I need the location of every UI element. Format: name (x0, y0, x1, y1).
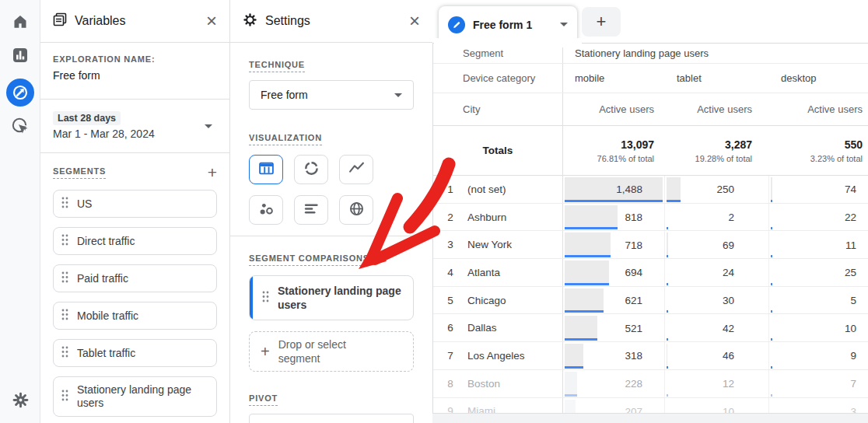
drag-handle-icon[interactable] (61, 197, 68, 211)
active-users-header-desktop[interactable]: Active users (769, 93, 868, 125)
segment-chip[interactable]: Stationery landing page users (53, 376, 217, 417)
cell-tablet: 250 (665, 176, 769, 203)
nav-explore-button[interactable] (0, 75, 40, 110)
exploration-name-value[interactable]: Free form (53, 69, 217, 82)
table-row: 6Dallas5214210 (433, 314, 868, 342)
drag-handle-icon[interactable] (262, 291, 269, 306)
nav-advertising-button[interactable] (0, 110, 40, 145)
drag-handle-icon[interactable] (61, 234, 68, 248)
advertising-icon (11, 117, 30, 138)
value-bar-line (771, 255, 772, 257)
value-bar (565, 205, 618, 228)
row-rank: 3 (433, 239, 467, 250)
cell-value: 10 (845, 322, 863, 334)
date-preset-chip: Last 28 days (53, 111, 121, 125)
close-icon[interactable]: × (409, 12, 420, 30)
segment-chip[interactable]: Direct traffic (53, 227, 217, 255)
viz-bar-chart-button[interactable] (294, 195, 328, 225)
variables-panel: Variables × EXPLORATION NAME: Free form … (40, 0, 230, 423)
segment-comparison-chip[interactable]: Stationery landing page users (249, 275, 414, 320)
settings-panel: Settings × TECHNIQUE Free form VISUALIZA… (230, 0, 432, 423)
drop-segment-label: Drop or select segment (278, 337, 380, 365)
tab-bar: Free form 1 + (432, 0, 868, 43)
viz-geo-map-button[interactable] (339, 195, 373, 225)
cell-tablet: 30 (665, 287, 769, 314)
cell-tablet: 2 (665, 204, 769, 231)
pencil-icon (448, 16, 465, 33)
chevron-down-icon[interactable] (560, 23, 568, 26)
technique-dropdown[interactable]: Free form (249, 80, 414, 110)
row-city: Los Angeles (467, 350, 562, 362)
device-category-header-label: Device category (433, 72, 535, 84)
segment-chip[interactable]: Paid traffic (53, 264, 217, 292)
viz-line-chart-button[interactable] (339, 155, 373, 184)
add-tab-button[interactable]: + (582, 7, 621, 37)
segment-chip[interactable]: US (53, 190, 217, 218)
totals-desktop-share: 3.23% of total (810, 154, 863, 163)
donut-chart-icon (303, 160, 320, 180)
viz-table-button[interactable] (249, 155, 283, 184)
technique-value: Free form (261, 89, 308, 101)
value-bar-line (667, 394, 668, 397)
drop-segment-target[interactable]: + Drop or select segment (249, 331, 414, 372)
tab-free-form-1[interactable]: Free form 1 (439, 6, 577, 43)
segment-chip[interactable]: Mobile traffic (53, 302, 217, 330)
drag-handle-icon[interactable] (61, 309, 68, 323)
segment-chip-label: Direct traffic (77, 235, 135, 247)
city-column-header[interactable]: City (433, 103, 480, 115)
cell-tablet: 42 (665, 314, 769, 341)
cell-value: 5 (850, 295, 863, 306)
nav-reports-button[interactable] (0, 40, 40, 74)
row-rank: 6 (433, 322, 467, 334)
value-bar (565, 232, 611, 255)
pivot-dropdown[interactable]: First column (249, 414, 414, 423)
device-mobile-label: mobile (563, 64, 665, 93)
date-range-value: Mar 1 - Mar 28, 2024 (53, 128, 217, 140)
cell-desktop: 3 (769, 398, 868, 414)
cell-value: 46 (723, 350, 751, 362)
viz-donut-chart-button[interactable] (294, 155, 328, 184)
value-bar-line (771, 394, 772, 397)
cell-value: 22 (845, 212, 863, 223)
drag-handle-icon[interactable] (61, 346, 68, 360)
cell-value: 250 (716, 184, 751, 195)
viz-scatter-chart-button[interactable] (249, 195, 283, 225)
active-users-header-mobile[interactable]: Active users (563, 93, 665, 125)
add-segment-icon[interactable]: + (208, 164, 217, 180)
value-bar-line (565, 200, 663, 202)
value-bar (565, 260, 609, 283)
value-bar-line (565, 338, 597, 341)
date-range-selector[interactable]: Last 28 days Mar 1 - Mar 28, 2024 (40, 100, 229, 153)
table-row: 9Miami207103 (433, 398, 868, 414)
totals-tablet-share: 19.28% of total (695, 154, 752, 163)
segment-chip[interactable]: Tablet traffic (53, 339, 217, 367)
value-bar-line (771, 310, 772, 313)
cell-mobile: 228 (563, 370, 665, 397)
close-icon[interactable]: × (206, 12, 217, 30)
active-users-header-tablet[interactable]: Active users (665, 93, 769, 125)
row-city: Dallas (467, 322, 562, 334)
cell-desktop: 74 (769, 176, 868, 203)
home-icon (12, 13, 29, 33)
cell-desktop: 25 (769, 259, 868, 286)
drag-handle-icon[interactable] (61, 271, 68, 285)
drag-handle-icon[interactable] (61, 390, 68, 404)
value-bar-line (667, 338, 668, 341)
value-bar (771, 177, 772, 200)
cell-value: 9 (850, 350, 863, 362)
row-city: Chicago (467, 295, 562, 306)
row-city: Miami (467, 405, 562, 413)
value-bar-line (771, 338, 772, 341)
table-row: 7Los Angeles318469 (433, 342, 868, 370)
row-city: Atlanta (467, 267, 562, 278)
totals-row: Totals 13,097 76.81% of total 3,287 19.2… (433, 125, 868, 176)
cell-tablet: 69 (665, 231, 769, 258)
totals-label: Totals (433, 145, 562, 156)
cell-mobile: 694 (563, 259, 665, 286)
value-bar-line (565, 227, 618, 229)
row-city: New York (467, 239, 562, 250)
row-rank: 9 (433, 405, 467, 413)
nav-home-button[interactable] (0, 6, 40, 40)
nav-admin-button[interactable] (0, 384, 40, 418)
value-bar (565, 316, 597, 338)
